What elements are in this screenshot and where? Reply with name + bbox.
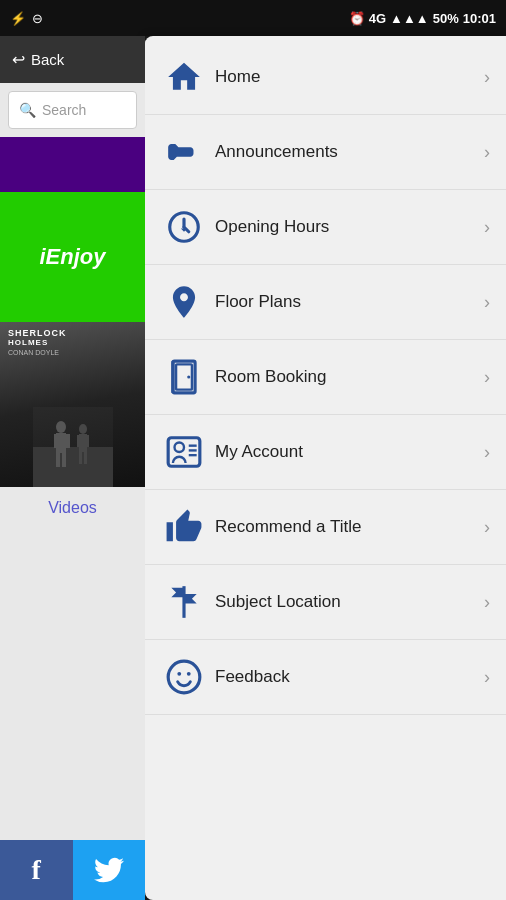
floor-plans-label: Floor Plans	[215, 292, 476, 312]
back-arrow-icon: ↩	[12, 50, 25, 69]
svg-point-18	[182, 225, 185, 228]
home-icon	[161, 54, 207, 100]
book-cover[interactable]: SHERLOCK HOLMES CONAN DOYLE	[0, 322, 145, 487]
svg-point-29	[168, 661, 200, 693]
thumbsup-icon	[161, 504, 207, 550]
ienjoy-banner[interactable]: iEnjoy	[0, 192, 145, 322]
book-title-line2: HOLMES	[8, 338, 48, 347]
status-bar: ⚡ ⊖ ⏰ 4G ▲▲▲ 50% 10:01	[0, 0, 506, 36]
facebook-icon: f	[32, 854, 41, 886]
menu-item-opening-hours[interactable]: Opening Hours ›	[145, 190, 506, 265]
feedback-icon	[161, 654, 207, 700]
left-panel: ↩ Back 🔍 Search iEnjoy SHERLOCK HOLMES C…	[0, 36, 145, 900]
signal-icon: ▲▲▲	[390, 11, 429, 26]
social-bar: f	[0, 840, 145, 900]
opening-hours-label: Opening Hours	[215, 217, 476, 237]
menu-item-announcements[interactable]: Announcements ›	[145, 115, 506, 190]
status-left-icons: ⚡ ⊖	[10, 11, 43, 26]
navigation-menu: Home › Announcements ›	[145, 36, 506, 900]
menu-list: Home › Announcements ›	[145, 36, 506, 719]
door-icon	[161, 354, 207, 400]
ienjoy-label: iEnjoy	[39, 244, 105, 270]
announcements-chevron: ›	[484, 142, 490, 163]
home-label: Home	[215, 67, 476, 87]
my-account-label: My Account	[215, 442, 476, 462]
recommend-chevron: ›	[484, 517, 490, 538]
time-display: 10:01	[463, 11, 496, 26]
battery-level: 50%	[433, 11, 459, 26]
videos-section[interactable]: Videos	[0, 487, 145, 529]
back-label: Back	[31, 51, 64, 68]
svg-rect-13	[33, 407, 113, 487]
room-booking-label: Room Booking	[215, 367, 476, 387]
menu-item-feedback[interactable]: Feedback ›	[145, 640, 506, 715]
twitter-button[interactable]	[73, 840, 146, 900]
svg-point-14	[175, 150, 180, 155]
figures-svg	[23, 407, 123, 487]
usb-icon: ⚡	[10, 11, 26, 26]
opening-hours-chevron: ›	[484, 217, 490, 238]
room-booking-chevron: ›	[484, 367, 490, 388]
floor-plans-chevron: ›	[484, 292, 490, 313]
svg-point-15	[182, 150, 187, 155]
my-account-chevron: ›	[484, 442, 490, 463]
signpost-icon	[161, 579, 207, 625]
subject-location-chevron: ›	[484, 592, 490, 613]
4g-label: 4G	[369, 11, 386, 26]
book-title-line1: SHERLOCK	[8, 328, 67, 338]
twitter-icon	[94, 855, 124, 885]
facebook-button[interactable]: f	[0, 840, 73, 900]
left-content: iEnjoy SHERLOCK HOLMES CONAN DOYLE	[0, 137, 145, 900]
sherlock-cover: SHERLOCK HOLMES CONAN DOYLE	[0, 322, 145, 487]
minus-circle-icon: ⊖	[32, 11, 43, 26]
menu-item-my-account[interactable]: My Account ›	[145, 415, 506, 490]
menu-item-floor-plans[interactable]: Floor Plans ›	[145, 265, 506, 340]
videos-label[interactable]: Videos	[48, 499, 97, 516]
account-icon	[161, 429, 207, 475]
svg-point-31	[187, 672, 191, 676]
search-icon: 🔍	[19, 102, 36, 118]
feedback-chevron: ›	[484, 667, 490, 688]
back-button[interactable]: ↩ Back	[0, 36, 145, 83]
svg-point-30	[177, 672, 181, 676]
search-placeholder-text: Search	[42, 102, 86, 118]
home-chevron: ›	[484, 67, 490, 88]
purple-banner	[0, 137, 145, 192]
menu-item-subject-location[interactable]: Subject Location ›	[145, 565, 506, 640]
feedback-label: Feedback	[215, 667, 476, 687]
svg-point-16	[188, 150, 193, 155]
svg-point-24	[175, 443, 185, 453]
announcements-icon	[161, 129, 207, 175]
alarm-icon: ⏰	[349, 11, 365, 26]
book-author: CONAN DOYLE	[8, 349, 59, 356]
main-layout: ↩ Back 🔍 Search iEnjoy SHERLOCK HOLMES C…	[0, 36, 506, 900]
menu-item-room-booking[interactable]: Room Booking ›	[145, 340, 506, 415]
svg-point-21	[187, 375, 190, 378]
book-figures	[0, 407, 145, 487]
subject-location-label: Subject Location	[215, 592, 476, 612]
status-right-icons: ⏰ 4G ▲▲▲ 50% 10:01	[349, 11, 496, 26]
menu-item-home[interactable]: Home ›	[145, 40, 506, 115]
search-bar[interactable]: 🔍 Search	[8, 91, 137, 129]
announcements-label: Announcements	[215, 142, 476, 162]
recommend-title-label: Recommend a Title	[215, 517, 476, 537]
location-icon	[161, 279, 207, 325]
clock-icon	[161, 204, 207, 250]
menu-item-recommend-title[interactable]: Recommend a Title ›	[145, 490, 506, 565]
